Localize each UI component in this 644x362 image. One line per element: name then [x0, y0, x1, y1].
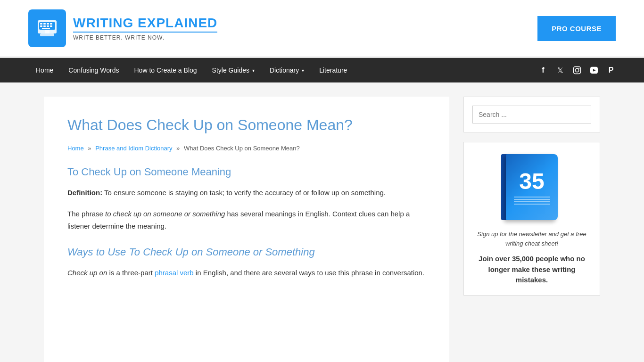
book-visual: 35 [501, 152, 562, 222]
site-logo[interactable]: WRITING EXPLAINED WRITE BETTER. WRITE NO… [28, 9, 217, 47]
nav-left: Home Confusing Words How to Create a Blo… [28, 58, 355, 82]
logo-text-area: WRITING EXPLAINED WRITE BETTER. WRITE NO… [73, 16, 217, 41]
logo-icon [28, 9, 66, 47]
ways-paragraph: Check up on is a three-part phrasal verb… [67, 267, 426, 279]
ways-rest: is a three-part [107, 269, 155, 277]
ways-end: in English, and there are several ways t… [194, 269, 424, 277]
site-title: WRITING EXPLAINED [73, 16, 217, 33]
book-cover: 35 [506, 154, 558, 220]
svg-rect-7 [43, 25, 46, 27]
nav-item-style-guides[interactable]: Style Guides ▾ [205, 58, 262, 82]
svg-rect-13 [574, 67, 581, 74]
svg-rect-4 [47, 23, 49, 25]
article-title: What Does Check Up on Someone Mean? [67, 115, 426, 135]
pro-course-button[interactable]: PRO COURSE [537, 16, 616, 41]
signup-text: Sign up for the newsletter and get a fre… [473, 230, 590, 248]
svg-rect-5 [50, 23, 52, 25]
style-guides-chevron-icon: ▾ [252, 68, 255, 73]
svg-rect-9 [50, 25, 52, 27]
search-box [463, 97, 600, 132]
youtube-icon[interactable] [589, 66, 599, 75]
twitter-icon[interactable]: 𝕏 [555, 66, 565, 75]
nav-item-confusing-words[interactable]: Confusing Words [61, 58, 126, 82]
pinterest-icon[interactable]: P [606, 66, 616, 75]
site-header: WRITING EXPLAINED WRITE BETTER. WRITE NO… [0, 0, 644, 58]
nav-social: f 𝕏 P [538, 66, 616, 75]
svg-point-14 [575, 68, 579, 72]
breadcrumb-section[interactable]: Phrase and Idiom Dictionary [95, 145, 172, 152]
ways-heading-italic: To Check Up on Someone or Something [129, 246, 314, 258]
section-heading-1: To Check Up on Someone Meaning [67, 166, 426, 178]
breadcrumb-sep-2: » [176, 145, 180, 152]
join-text: Join over 35,000 people who no longer ma… [473, 254, 590, 286]
sidebar: 35 Sign up for the newsletter and get a … [463, 97, 600, 362]
svg-rect-6 [40, 25, 42, 27]
nav-item-home[interactable]: Home [28, 58, 61, 82]
definition-paragraph: Definition: To ensure someone is staying… [67, 187, 426, 199]
breadcrumb-current: What Does Check Up on Someone Mean? [184, 145, 300, 152]
phrase-prefix: The phrase [67, 210, 105, 218]
breadcrumb: Home » Phrase and Idiom Dictionary » Wha… [67, 145, 426, 152]
sidebar-ad: 35 Sign up for the newsletter and get a … [463, 142, 600, 296]
main-navigation: Home Confusing Words How to Create a Blo… [0, 58, 644, 82]
ways-italic: Check up on [67, 269, 107, 277]
nav-item-literature[interactable]: Literature [312, 58, 355, 82]
svg-rect-11 [40, 33, 54, 36]
definition-text: To ensure someone is staying on task; to… [102, 189, 386, 197]
main-article: What Does Check Up on Someone Mean? Home… [44, 97, 449, 362]
nav-item-how-to-blog[interactable]: How to Create a Blog [127, 58, 205, 82]
book-lines [514, 197, 550, 205]
svg-rect-2 [40, 23, 42, 25]
book-number: 35 [519, 170, 544, 193]
svg-rect-3 [43, 23, 46, 25]
search-input[interactable] [472, 106, 591, 123]
phrase-italic: to check up on someone or something [105, 210, 225, 218]
phrase-paragraph: The phrase to check up on someone or som… [67, 208, 426, 232]
breadcrumb-home[interactable]: Home [67, 145, 84, 152]
breadcrumb-sep-1: » [88, 145, 91, 152]
svg-rect-12 [45, 30, 50, 33]
phrasal-verb-link[interactable]: phrasal verb [155, 269, 194, 277]
instagram-icon[interactable] [572, 66, 582, 75]
definition-label: Definition: [67, 189, 102, 197]
svg-rect-10 [42, 28, 50, 29]
nav-item-dictionary[interactable]: Dictionary ▾ [262, 58, 312, 82]
typewriter-icon [35, 16, 59, 40]
site-tagline: WRITE BETTER. WRITE NOW. [73, 34, 217, 41]
dictionary-chevron-icon: ▾ [302, 68, 304, 73]
svg-rect-8 [47, 25, 49, 27]
svg-point-15 [578, 68, 579, 69]
ways-heading-text: Ways to Use To Check Up on Someone or So… [67, 246, 315, 258]
content-wrapper: What Does Check Up on Someone Mean? Home… [16, 82, 628, 362]
facebook-icon[interactable]: f [538, 66, 548, 75]
section-heading-2: Ways to Use To Check Up on Someone or So… [67, 246, 426, 258]
